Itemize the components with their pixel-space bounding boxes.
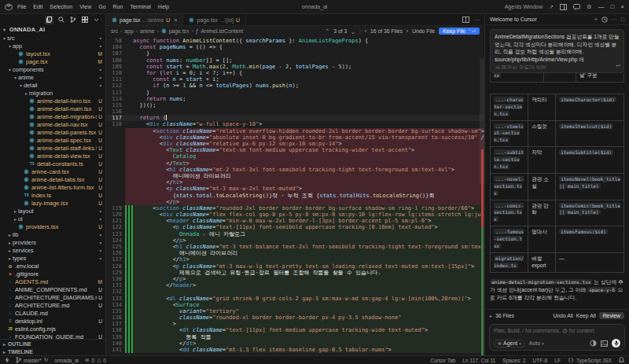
history-icon[interactable]: [601, 17, 608, 23]
keep-all-button[interactable]: Keep All: [576, 313, 596, 318]
code-line-134[interactable]: 134 <Surface: [106, 302, 484, 308]
tree-file-.gitignore[interactable]: ◆.gitignore: [0, 270, 105, 278]
tree-file-ANIME_COMPONENTS.md[interactable]: ↓ANIME_COMPONENTS.mdU: [0, 285, 105, 293]
encoding-status[interactable]: UTF-8: [533, 358, 548, 363]
tree-file-.env.local[interactable]: ⚙.env.local: [0, 262, 105, 270]
menu-help[interactable]: Help: [158, 4, 169, 9]
tree-file-anime-detail-spec.tsx[interactable]: anime-detail-spec.tsxU: [0, 136, 105, 144]
tree-folder-app[interactable]: ▾app•: [0, 42, 105, 50]
image-attach-icon[interactable]: [601, 340, 608, 347]
menu-view[interactable]: View: [79, 4, 91, 9]
tree-file-ARCHITECTURE_DIAGRAMS.md[interactable]: ↓ARCHITECTURE_DIAGRAMS.mdU: [0, 293, 105, 301]
chat-input[interactable]: Plan, Build, / for commands, @ for conte…: [489, 324, 625, 351]
tree-folder-lib[interactable]: ▸lib•: [0, 230, 105, 238]
chat-more-icon[interactable]: ···: [612, 17, 617, 22]
code-line-119[interactable]: 119 <section className="rounded-2xl bord…: [106, 205, 484, 211]
breadcrumb-file[interactable]: page.tsx: [169, 28, 189, 34]
tree-file-CLAUDE.md[interactable]: ↓CLAUDE.md: [0, 309, 105, 317]
overview-ruler[interactable]: [480, 58, 484, 355]
code-line-131[interactable]: 131 </header>: [106, 282, 484, 289]
code-line-111[interactable]: 111 const n = start + i;: [106, 76, 484, 83]
user-message[interactable]: AnimeDetailMigrationSections 컴포넌트를 1개로 만…: [490, 29, 624, 73]
outline-section[interactable]: ▸OUTLINE: [0, 340, 105, 347]
editor-tab-page.tsx-active[interactable]: page.tsx...\animeU×: [106, 14, 183, 25]
cursor-tab-status[interactable]: Cursor Tab: [430, 358, 455, 363]
code-line-58[interactable]: 58async function AnimeListContent({ sear…: [106, 38, 484, 44]
tree-folder-detail[interactable]: ▾detail•: [0, 81, 105, 89]
code-line-123[interactable]: 123 Onnada - 애니 카탈로그: [106, 231, 484, 237]
search-icon[interactable]: [57, 16, 65, 24]
editor-more-actions-icon[interactable]: ···: [474, 17, 480, 23]
code-line-125[interactable]: 125 <h1 className="mt-3 text-balance tex…: [106, 244, 484, 250]
tree-folder-layout[interactable]: ▸layout•: [0, 207, 105, 215]
keep-file-button[interactable]: Keep File⌃⏎: [439, 28, 480, 35]
tree-folder-migration[interactable]: ▸migration: [0, 89, 105, 97]
review-button[interactable]: Review: [599, 312, 624, 319]
code-line-deleted[interactable]: </p>: [106, 199, 484, 205]
code-line-121[interactable]: 121 <header className="min-w-0 max-w-2xl…: [106, 218, 484, 224]
more-views-chevron-icon[interactable]: [92, 16, 101, 24]
tree-folder-services[interactable]: ▸services•: [0, 246, 105, 254]
breadcrumb-anime[interactable]: anime: [140, 28, 155, 34]
code-line-112[interactable]: 112 if (n >= 1 && n <= totalPages) nums.…: [106, 83, 484, 89]
chat-tab-title[interactable]: Welcome to Cursor: [490, 17, 537, 22]
code-line-107[interactable]: 107 }: [106, 50, 484, 57]
code-line-114[interactable]: 114 return nums;: [106, 96, 484, 102]
tree-file-anime-card.tsx[interactable]: anime-card.tsxU: [0, 167, 105, 175]
notifications-bell-icon[interactable]: [619, 357, 624, 363]
tree-folder-ui[interactable]: ▸ui•: [0, 215, 105, 222]
remote-indicator[interactable]: [5, 357, 9, 363]
timeline-section[interactable]: ▸TIMELINE: [0, 347, 105, 355]
tree-folder-src[interactable]: ▾src•: [0, 34, 105, 42]
menu-edit[interactable]: Edit: [33, 4, 42, 9]
code-line-130[interactable]: 130 </p>: [106, 276, 484, 282]
settings-gear-icon[interactable]: ⚙: [587, 4, 591, 10]
code-line-deleted[interactable]: <p className="mt-3 max-w-2xl text-muted"…: [106, 186, 484, 192]
problems-status[interactable]: ⊗0 △0: [85, 357, 106, 363]
tree-file-anime-detail-hero.tsx[interactable]: anime-detail-hero.tsxU: [0, 97, 105, 105]
code-line-137[interactable]: 137 >: [106, 321, 484, 327]
code-line-139[interactable]: 139 등록 작품: [106, 334, 484, 340]
code-line-deleted[interactable]: <h1 className="mt-2 text-3xl font-semibo…: [106, 167, 484, 173]
code-line-108[interactable]: 108 const nums: number[] = [];: [106, 57, 484, 64]
code-line-122[interactable]: 122 <p className="text-[11px] font-semib…: [106, 224, 484, 230]
minimize-button[interactable]: —: [598, 3, 604, 10]
next-file-icon[interactable]: ›: [406, 28, 408, 34]
tree-folder-anime[interactable]: ▾anime•: [0, 73, 105, 81]
code-line-127[interactable]: 127 </h1>: [106, 256, 484, 263]
code-line-115[interactable]: 115 })();: [106, 102, 484, 108]
code-line-deleted[interactable]: 애니메이션 라이브러리: [106, 173, 484, 179]
open-agents-icon[interactable]: ↗: [549, 4, 554, 10]
code-line-104[interactable]: 104 const pageNums = (() => {: [106, 44, 484, 50]
code-line-deleted[interactable]: Catalog: [106, 153, 484, 160]
menu-file[interactable]: File: [17, 4, 26, 9]
tree-file-layout.tsx[interactable]: layout.tsxM: [0, 50, 105, 57]
code-line-124[interactable]: 124 </p>: [106, 237, 484, 244]
resend-icon[interactable]: ↩: [616, 62, 620, 70]
extensions-icon[interactable]: [80, 16, 89, 24]
code-line-126[interactable]: 126 애니메이션 라이브러리: [106, 250, 484, 256]
project-status[interactable]: onnada_ai: [54, 358, 79, 363]
code-line-deleted[interactable]: </h1>: [106, 179, 484, 186]
menu-terminal[interactable]: Terminal: [130, 4, 150, 9]
tree-file-anime-detail-main.tsx[interactable]: anime-detail-main.tsxU: [0, 105, 105, 112]
code-line-117[interactable]: 117 return (: [106, 115, 484, 121]
tree-file-providers.tsx[interactable]: providers.tsxU: [0, 222, 105, 230]
code-line-120[interactable]: 120 <div className="flex flex-col gap-8 …: [106, 211, 484, 218]
files-expand-icon[interactable]: ▸: [490, 313, 492, 318]
close-button[interactable]: ×: [620, 3, 624, 10]
maximize-button[interactable]: □: [610, 3, 614, 10]
tree-file-anime-detail-tabs.tsx[interactable]: anime-detail-tabs.tsxU: [0, 175, 105, 183]
git-branch-status[interactable]: master* ↻: [16, 357, 48, 363]
sync-icon[interactable]: ↻: [44, 357, 49, 363]
eol-status[interactable]: LF: [554, 358, 561, 363]
breadcrumb-app[interactable]: app: [124, 28, 133, 34]
context-icon[interactable]: [590, 340, 597, 347]
code-line-138[interactable]: 138 <dt className="text-[11px] font-medi…: [106, 327, 484, 333]
breadcrumb-src[interactable]: src: [111, 28, 118, 34]
code-line-141[interactable]: 141 <dd className="mt-1.5 flex items-bas…: [106, 347, 484, 353]
agents-window-button[interactable]: Agents Window: [505, 4, 543, 9]
language-status[interactable]: {}TypeScript JSX: [568, 357, 612, 363]
tree-file-lazy-image.tsx[interactable]: lazy-image.tsxU: [0, 199, 105, 207]
tree-file-ARCHITECTURE.md[interactable]: ↓ARCHITECTURE.mdU: [0, 301, 105, 309]
